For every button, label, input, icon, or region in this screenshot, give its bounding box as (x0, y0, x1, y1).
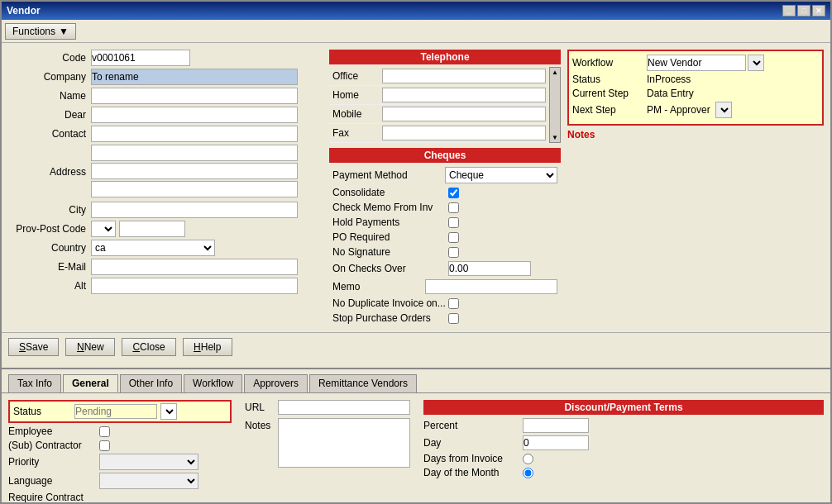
day-row: Day (423, 435, 824, 450)
mobile-label: Mobile (332, 108, 382, 120)
tab-remittance[interactable]: Remittance Vendors (309, 374, 417, 392)
no-signature-checkbox[interactable] (448, 247, 459, 258)
language-label: Language (8, 475, 99, 487)
status-highlight-box: Status (8, 400, 232, 423)
discount-header: Discount/Payment Terms (423, 400, 824, 415)
tab-general[interactable]: General (63, 374, 118, 392)
consolidate-checkbox[interactable] (448, 188, 459, 198)
home-row: Home (329, 86, 549, 105)
days-from-invoice-row: Days from Invoice (423, 453, 824, 464)
prov-label: Prov-Post Code (8, 223, 91, 235)
memo-row: Memo (329, 278, 561, 296)
city-input[interactable] (91, 202, 298, 218)
office-input[interactable] (382, 69, 546, 83)
company-label: Company (8, 71, 91, 83)
check-memo-row: Check Memo From Inv (329, 200, 561, 215)
maximize-button[interactable]: □ (797, 5, 810, 17)
url-input[interactable] (278, 400, 410, 415)
notes-textarea[interactable] (278, 418, 410, 468)
day-of-month-radio[interactable] (523, 468, 533, 478)
address1-input[interactable] (91, 145, 298, 161)
priority-row: Priority (8, 454, 232, 470)
new-button[interactable]: NNew (65, 338, 115, 356)
no-duplicate-checkbox[interactable] (448, 298, 459, 309)
title-bar: Vendor _ □ ✕ (2, 2, 830, 20)
email-input[interactable] (91, 259, 298, 275)
no-duplicate-label: No Duplicate Invoice on... (332, 297, 448, 309)
no-signature-row: No Signature (329, 245, 561, 259)
tab-bar: Tax Info General Other Info Workflow App… (2, 368, 830, 393)
hold-payments-checkbox[interactable] (448, 217, 459, 228)
workflow-box: Workflow Status InProcess Current Step D… (567, 50, 824, 126)
middle-panel: Telephone Office Home Mobile (329, 50, 561, 326)
require-contract-label: Require Contract (8, 492, 99, 502)
alt-input[interactable] (91, 278, 298, 294)
percent-input[interactable] (523, 418, 589, 433)
button-row: SSave NNew CClose HHelp (2, 332, 830, 361)
po-required-checkbox[interactable] (448, 232, 459, 243)
workflow-select[interactable] (748, 55, 764, 71)
telephone-header: Telephone (329, 50, 561, 64)
home-input[interactable] (382, 88, 546, 102)
employee-checkbox[interactable] (99, 426, 110, 437)
fax-label: Fax (332, 127, 382, 139)
bottom-notes-label: Notes (245, 418, 278, 431)
sub-contractor-checkbox[interactable] (99, 440, 110, 451)
company-input[interactable] (91, 69, 298, 85)
status-value: InProcess (647, 74, 691, 85)
functions-button[interactable]: Functions ▼ (5, 23, 76, 40)
save-button[interactable]: SSave (8, 338, 59, 356)
prov-select[interactable] (91, 221, 116, 237)
on-checks-over-input[interactable] (448, 261, 531, 276)
name-input[interactable] (91, 88, 298, 104)
tab-workflow[interactable]: Workflow (184, 374, 242, 392)
minimize-button[interactable]: _ (782, 5, 796, 17)
mobile-row: Mobile (329, 105, 549, 124)
country-select[interactable]: ca (91, 240, 215, 256)
dropdown-arrow: ▼ (59, 26, 69, 37)
help-button[interactable]: HHelp (183, 338, 232, 356)
stop-purchase-checkbox[interactable] (448, 313, 459, 324)
tab-other-info[interactable]: Other Info (120, 374, 182, 392)
next-step-row: Next Step PM - Approver (572, 102, 819, 118)
next-step-select[interactable] (715, 102, 732, 118)
tab-tax-info[interactable]: Tax Info (8, 374, 61, 392)
close-window-button[interactable]: ✕ (812, 5, 825, 17)
bottom-right: Discount/Payment Terms Percent Day Days … (423, 400, 824, 496)
language-select[interactable] (99, 473, 198, 489)
percent-row: Percent (423, 418, 824, 433)
post-input[interactable] (119, 221, 185, 237)
mobile-input[interactable] (382, 107, 546, 121)
fax-input[interactable] (382, 126, 546, 140)
memo-input[interactable] (425, 279, 557, 294)
workflow-input[interactable] (647, 55, 746, 71)
payment-method-select[interactable]: Cheque (445, 167, 557, 183)
cheques-section: Cheques Payment Method Cheque Consolidat… (329, 148, 561, 326)
dear-input[interactable] (91, 107, 298, 123)
priority-select[interactable] (99, 454, 198, 470)
name-label: Name (8, 90, 91, 102)
bottom-left: Status Employee (Sub) Contractor Priorit… (8, 400, 232, 496)
address3-input[interactable] (91, 181, 298, 197)
office-label: Office (332, 70, 382, 82)
alt-row: Alt (8, 278, 323, 294)
check-memo-checkbox[interactable] (448, 202, 459, 213)
workflow-row: Workflow (572, 55, 819, 71)
close-button[interactable]: CClose (122, 338, 175, 356)
fax-row: Fax (329, 124, 549, 143)
payment-method-label: Payment Method (332, 169, 445, 181)
scroll-down-icon[interactable]: ▼ (552, 134, 558, 141)
address2-input[interactable] (91, 163, 298, 179)
consolidate-row: Consolidate (329, 185, 561, 200)
workflow-label: Workflow (572, 57, 647, 69)
current-step-value: Data Entry (647, 88, 694, 99)
scroll-up-icon[interactable]: ▲ (552, 69, 558, 76)
days-from-invoice-radio[interactable] (523, 454, 533, 464)
bottom-status-select[interactable] (160, 403, 177, 420)
tab-approvers[interactable]: Approvers (244, 374, 308, 392)
code-input[interactable] (91, 50, 190, 66)
day-input[interactable] (523, 435, 589, 450)
check-memo-label: Check Memo From Inv (332, 202, 448, 213)
contact-input[interactable] (91, 126, 298, 142)
bottom-status-input[interactable] (74, 404, 157, 419)
